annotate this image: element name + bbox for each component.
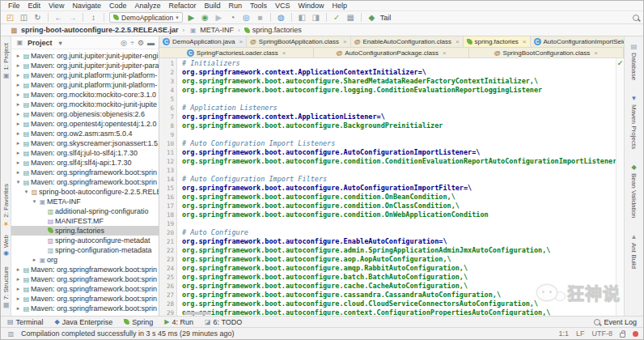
close-icon[interactable]: × <box>281 49 286 57</box>
tree-item[interactable]: ▸▤Maven: org.springframework.boot:sprin <box>11 265 159 274</box>
editor-tab[interactable]: spring.factories× <box>464 36 531 47</box>
annotate-icon[interactable]: ↕ <box>88 12 99 23</box>
tree-item[interactable]: spring.factories <box>11 226 159 236</box>
menu-navigate[interactable]: Navigate <box>68 2 105 10</box>
run-configuration-select[interactable]: DemoApplication▾ <box>109 12 183 23</box>
plugin-icon[interactable]: ◆ <box>366 12 377 23</box>
close-icon[interactable]: × <box>237 38 243 45</box>
tree-item[interactable]: ▸▤Maven: org.slf4j:jul-to-slf4j:1.7.30 <box>11 148 159 158</box>
breadcrumb-item[interactable]: spring.factories <box>242 26 304 34</box>
tree-item[interactable]: ▥spring-configuration-metadata <box>11 245 159 255</box>
tree-item[interactable]: ▥spring-autoconfigure-metadat <box>11 236 159 245</box>
tree-item[interactable]: ▥additional-spring-configuratio <box>11 206 159 216</box>
menu-view[interactable]: View <box>44 2 68 10</box>
status-window-icon[interactable]: ▥ <box>6 329 16 339</box>
tree-item[interactable]: ▸▤Maven: org.junit.platform:junit-platfo… <box>11 80 159 90</box>
close-icon[interactable]: × <box>441 49 447 57</box>
editor-scrollbar[interactable]: ✓ <box>616 58 624 316</box>
menu-build[interactable]: Build <box>200 2 224 10</box>
tree-item[interactable]: ▸▤Maven: org.junit.platform:junit-platfo… <box>11 70 159 80</box>
chevron-collapsed-icon[interactable]: ▸ <box>15 91 22 98</box>
chevron-collapsed-icon[interactable]: ▸ <box>15 111 22 117</box>
chevron-collapsed-icon[interactable]: ▸ <box>15 130 22 137</box>
chevron-expanded-icon[interactable]: ▾ <box>31 198 38 205</box>
tree-item[interactable]: ▾▤Maven: org.springframework.boot:sprin <box>11 177 159 187</box>
close-icon[interactable]: × <box>341 38 347 45</box>
menu-vcs[interactable]: VCS <box>271 2 294 10</box>
tool-button-4-run[interactable]: ▶4: Run <box>164 318 193 326</box>
sync-icon[interactable]: ↻ <box>32 12 43 23</box>
caret-position[interactable]: 1:1 <box>558 329 569 338</box>
back-icon[interactable]: ← <box>53 12 64 23</box>
tree-item[interactable]: ▸▤Maven: org.slf4j:slf4j-api:1.7.30 <box>11 158 159 168</box>
chevron-collapsed-icon[interactable]: ▸ <box>15 101 22 108</box>
menu-analyze[interactable]: Analyze <box>130 2 164 10</box>
vcs-update-icon[interactable]: ✓ <box>332 12 342 23</box>
menu-code[interactable]: Code <box>105 2 131 10</box>
file-encoding[interactable]: UTF-8 <box>592 329 613 338</box>
project-view-chevron-icon[interactable]: ▾ <box>56 37 66 48</box>
editor-tab[interactable]: @AutoConfigurationPackage.class× <box>314 48 468 57</box>
tool-button-6-todo[interactable]: ◪6: TODO <box>205 318 242 326</box>
menu-edit[interactable]: Edit <box>24 2 45 10</box>
attach-icon[interactable]: ◎ <box>241 12 252 23</box>
tool-button-bean-validation[interactable]: ◆Bean Validation <box>630 164 638 218</box>
tree-item[interactable]: ▾▣META-INF <box>11 197 159 206</box>
notification-icon[interactable] <box>633 331 638 337</box>
locate-icon[interactable]: ◎ <box>121 39 127 47</box>
chevron-expanded-icon[interactable]: ▾ <box>15 179 22 185</box>
search-everywhere-icon[interactable]: ◍ <box>276 12 286 23</box>
search-icon[interactable] <box>633 15 639 21</box>
tree-item[interactable]: ▾▨spring-boot-autoconfigure-2.2.5.RELE <box>11 187 159 197</box>
menu-file[interactable]: File <box>4 2 24 10</box>
run-icon[interactable]: ▶ <box>186 12 197 23</box>
tree-item[interactable]: ▸▤Maven: org.skyscreamer:jsonassert:1.5.… <box>11 138 159 148</box>
close-icon[interactable]: × <box>454 38 460 45</box>
chevron-collapsed-icon[interactable]: ▸ <box>15 150 22 156</box>
tool-button-terminal[interactable]: ▤Terminal <box>7 318 44 326</box>
breadcrumb-item[interactable]: ▨spring-boot-autoconfigure-2.2.5.RELEASE… <box>7 26 181 35</box>
chevron-collapsed-icon[interactable]: ▸ <box>15 53 22 59</box>
forward-icon[interactable]: → <box>67 12 78 23</box>
menu-help[interactable]: Help <box>328 2 352 10</box>
menu-window[interactable]: Window <box>294 2 328 10</box>
chevron-collapsed-icon[interactable]: ▸ <box>15 266 22 273</box>
chevron-collapsed-icon[interactable]: ▸ <box>15 140 22 147</box>
editor-tab[interactable]: CSpringFactoriesLoader.class× <box>159 48 314 57</box>
event-log-button[interactable]: Event Log <box>594 318 637 326</box>
chevron-expanded-icon[interactable]: ▾ <box>23 189 30 195</box>
tree-item[interactable]: ▸▤Maven: org.springframework.boot:sprin <box>11 284 159 294</box>
data-grid-icon[interactable]: ▦ <box>345 12 356 23</box>
debug-icon[interactable]: ◉ <box>200 12 210 23</box>
tool-button-1-project[interactable]: ▣1: Project <box>2 43 10 80</box>
tail-label[interactable]: Tail <box>380 14 392 22</box>
chevron-collapsed-icon[interactable]: ▸ <box>15 305 22 312</box>
tool-button-database[interactable]: ▤Database <box>630 43 638 80</box>
readonly-lock-icon[interactable] <box>620 333 625 338</box>
hide-icon[interactable]: ▬ <box>147 39 155 47</box>
menu-run[interactable]: Run <box>225 2 247 10</box>
close-icon[interactable]: × <box>521 38 527 45</box>
settings-icon[interactable]: ⚙ <box>138 39 144 47</box>
tree-item[interactable]: ▸▤Maven: org.junit.jupiter:junit-jupiter… <box>11 61 159 70</box>
menu-tools[interactable]: Tools <box>246 2 271 10</box>
chevron-collapsed-icon[interactable]: ▸ <box>15 295 22 302</box>
editor-tab[interactable]: CDemoApplication.java× <box>159 36 247 47</box>
chevron-collapsed-icon[interactable]: ▸ <box>15 82 22 88</box>
editor-tab[interactable]: @SpringBootConfiguration.class× <box>469 48 624 57</box>
chevron-collapsed-icon[interactable]: ▸ <box>15 72 22 79</box>
editor-tab[interactable]: @EnableAutoConfiguration.class× <box>351 36 464 47</box>
save-layout-icon[interactable]: ◨ <box>311 12 321 23</box>
tree-item[interactable]: ▸▤Maven: org.opentest4j:opentest4j:1.2.0 <box>11 119 159 129</box>
tool-button-spring[interactable]: Spring <box>124 318 153 326</box>
tree-item[interactable]: ▸▤Maven: org.springframework.boot:sprin <box>11 304 159 313</box>
collapse-all-icon[interactable]: ÷ <box>130 39 134 47</box>
chevron-collapsed-icon[interactable]: ▸ <box>31 257 38 263</box>
stop-icon[interactable]: ■ <box>255 12 265 23</box>
profiler-icon[interactable]: ◔ <box>227 12 238 23</box>
tool-button-maven-projects[interactable]: ▼Maven Projects <box>630 95 638 149</box>
tree-item[interactable]: ▸▤Maven: org.springframework.boot:sprin <box>11 294 159 304</box>
restore-layout-icon[interactable]: ◧ <box>297 12 307 23</box>
editor-tab[interactable]: @SpringBootApplication.class× <box>247 36 351 47</box>
chevron-collapsed-icon[interactable]: ▸ <box>15 121 22 127</box>
